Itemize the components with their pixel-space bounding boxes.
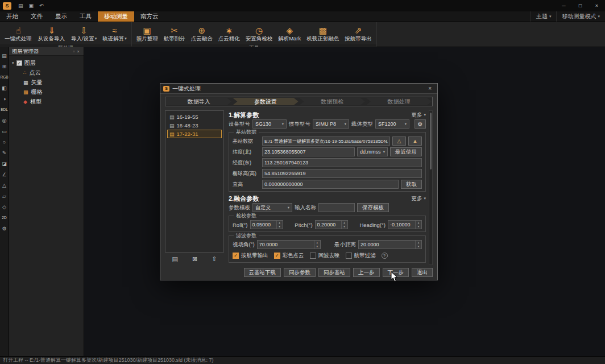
spin-up-icon[interactable]: ▴ <box>416 241 421 245</box>
minimize-button[interactable]: ─ <box>556 0 572 11</box>
layer-item-vector[interactable]: ▦ 矢量 <box>12 77 81 87</box>
spin-down-icon[interactable]: ▾ <box>416 225 421 229</box>
mission-item[interactable]: ▤ 17-22-31 <box>167 130 222 138</box>
erase-tool-icon[interactable]: ◪ <box>2 160 7 167</box>
tree-caret-icon[interactable]: ▾ <box>12 61 14 65</box>
ortho-coloring-button[interactable]: ▩ 机载正射融色 <box>304 23 342 44</box>
panel-close-icon[interactable]: × <box>76 49 81 54</box>
save-template-button[interactable]: 保存模板 <box>357 203 389 212</box>
diamond-tool-icon[interactable]: ◇ <box>2 204 6 210</box>
open-icon[interactable]: ▣ <box>26 3 37 9</box>
fov-spinner[interactable]: ▴▾ <box>257 240 321 249</box>
step-data-precheck[interactable]: 数据预检 <box>300 98 365 105</box>
menu-item-start[interactable]: 开始 <box>0 11 24 22</box>
next-step-button[interactable]: 下一步 <box>383 268 409 277</box>
device-select[interactable]: SG130▾ <box>252 119 287 129</box>
triangle-tool-icon[interactable]: △ <box>2 182 6 189</box>
trash-icon[interactable]: ⊠ <box>192 255 197 263</box>
maximize-button[interactable]: □ <box>572 0 589 11</box>
mode-2d-icon[interactable]: 2D <box>2 214 6 221</box>
export-by-strip-button[interactable]: ⇗ 按航带导出 <box>342 23 375 44</box>
spin-up-icon[interactable]: ▴ <box>314 241 320 245</box>
scrollbar-thumb[interactable] <box>430 113 432 169</box>
solve-more-button[interactable]: 更多▾ <box>411 111 426 119</box>
dialog-title-bar[interactable]: S 一键式处理 × <box>160 84 437 94</box>
menu-item-south-cloud[interactable]: 南方云 <box>134 11 165 22</box>
sync-base-button[interactable]: 同步基站 <box>318 268 350 277</box>
layer-item-raster[interactable]: ▩ 栅格 <box>12 87 81 97</box>
dialog-close-icon[interactable]: × <box>425 85 434 92</box>
strip-output-checkbox[interactable]: ✓ 按航带输出 <box>233 252 268 259</box>
mission-item[interactable]: ▤ 16-48-23 <box>167 121 222 130</box>
rect-select-tool-icon[interactable]: ▭ <box>2 128 7 135</box>
import-from-device-button[interactable]: ⇓ 从设备导入 <box>35 23 69 44</box>
min-distance-spinner[interactable]: ▴▾ <box>358 240 422 249</box>
save-icon[interactable]: ▤ <box>15 3 26 9</box>
device-settings-button[interactable]: ⚙ <box>415 119 426 129</box>
import-settings-button[interactable]: ⇩ 导入/设置▾ <box>68 23 100 44</box>
target-tool-icon[interactable]: ◎ <box>2 117 7 124</box>
circle-select-tool-icon[interactable]: ○ <box>3 139 6 146</box>
parse-mark-button[interactable]: ◈ 解析Mark <box>275 23 304 44</box>
spin-down-icon[interactable]: ▾ <box>277 225 283 229</box>
layer-item-pointcloud[interactable]: ∴ 点云 <box>12 68 81 77</box>
step-data-import[interactable]: 数据导入 <box>166 98 231 105</box>
latitude-input[interactable] <box>262 147 355 156</box>
strip-split-button[interactable]: ✂ 航带剖分 <box>161 23 188 44</box>
recent-used-button[interactable]: 最近使用 <box>390 147 422 156</box>
step-parameter-settings[interactable]: 参数设置 <box>233 98 298 105</box>
theme-select[interactable]: 主题 ▾ <box>531 11 557 22</box>
grid-tool-icon[interactable]: ⊞ <box>2 63 7 70</box>
base-browse-button[interactable]: △ <box>392 136 406 146</box>
base-path-input[interactable] <box>262 136 390 146</box>
help-icon[interactable]: ? <box>382 253 388 259</box>
undo-icon[interactable]: ↶ <box>36 3 47 9</box>
layer-item-model[interactable]: ◆ 模型 <box>12 97 81 106</box>
heading-spinner[interactable]: ▴▾ <box>388 220 422 229</box>
menu-item-display[interactable]: 显示 <box>49 11 73 22</box>
menu-item-file[interactable]: 文件 <box>24 11 49 22</box>
rgb-mode-icon[interactable]: RGB <box>0 74 8 81</box>
echo-denoise-checkbox[interactable]: ✓ 回波去噪 <box>310 252 340 259</box>
pointcloud-fusion-button[interactable]: ⊕ 点云融合 <box>188 23 216 44</box>
spin-down-icon[interactable]: ▾ <box>314 245 320 249</box>
mode-select[interactable]: 移动测量模式 ▾ <box>556 11 605 22</box>
mission-item[interactable]: ▤ 16-19-55 <box>167 113 222 121</box>
spin-up-icon[interactable]: ▴ <box>277 221 283 225</box>
strip-filter-checkbox[interactable]: ✓ 航带过滤 <box>346 252 376 259</box>
prev-step-button[interactable]: 上一步 <box>353 268 380 277</box>
spin-up-icon[interactable]: ▴ <box>416 221 421 225</box>
angle-format-select[interactable]: dd.mmss▾ <box>357 147 388 156</box>
folder-icon[interactable]: ▤ <box>172 255 178 263</box>
dialog-scrollbar[interactable] <box>429 110 433 265</box>
fusion-more-button[interactable]: 更多▾ <box>411 195 426 202</box>
angle-tool-icon[interactable]: ∠ <box>2 171 6 178</box>
menu-item-tools[interactable]: 工具 <box>73 11 98 22</box>
cloud-base-download-button[interactable]: 云基站下载 <box>244 268 281 277</box>
template-select[interactable]: 自定义▾ <box>252 203 292 212</box>
menu-item-mobile-survey[interactable]: 移动测量 <box>98 11 134 22</box>
layer-root-checkbox[interactable]: ✓ <box>16 60 22 66</box>
polygon-tool-icon[interactable]: ▱ <box>2 193 6 200</box>
contrast-tool-icon[interactable]: ◑ <box>3 96 6 102</box>
edl-mode-icon[interactable]: EDL <box>1 106 8 113</box>
photo-organize-button[interactable]: ▣ 照片整理 <box>134 23 161 44</box>
layer-root-node[interactable]: ▾ ✓ 图层 <box>12 58 81 68</box>
step-data-process[interactable]: 数据处理 <box>366 98 432 105</box>
get-button[interactable]: 获取 <box>401 180 422 189</box>
layers-tool-icon[interactable]: ▤ <box>2 52 7 59</box>
longitude-input[interactable] <box>262 158 422 167</box>
boresight-calibration-button[interactable]: ◷ 安置角检校 <box>243 23 276 44</box>
spin-down-icon[interactable]: ▾ <box>342 225 347 229</box>
color-pointcloud-checkbox[interactable]: ✓ 彩色点云 <box>274 252 304 259</box>
imu-select[interactable]: SIMU P8▾ <box>313 119 349 129</box>
pin-icon[interactable]: ▫ <box>72 49 76 54</box>
draw-tool-icon[interactable]: ✎ <box>2 150 7 156</box>
split-view-tool-icon[interactable]: ◧ <box>2 85 7 92</box>
direct-height-input[interactable] <box>262 180 399 189</box>
carrier-select[interactable]: SF1200▾ <box>375 119 409 129</box>
exit-button[interactable]: 退出 <box>412 268 433 277</box>
base-chart-button[interactable]: ▲ <box>408 136 422 146</box>
template-name-input[interactable] <box>318 203 355 212</box>
one-click-process-button[interactable]: ☝ 一键式处理 <box>2 23 35 44</box>
